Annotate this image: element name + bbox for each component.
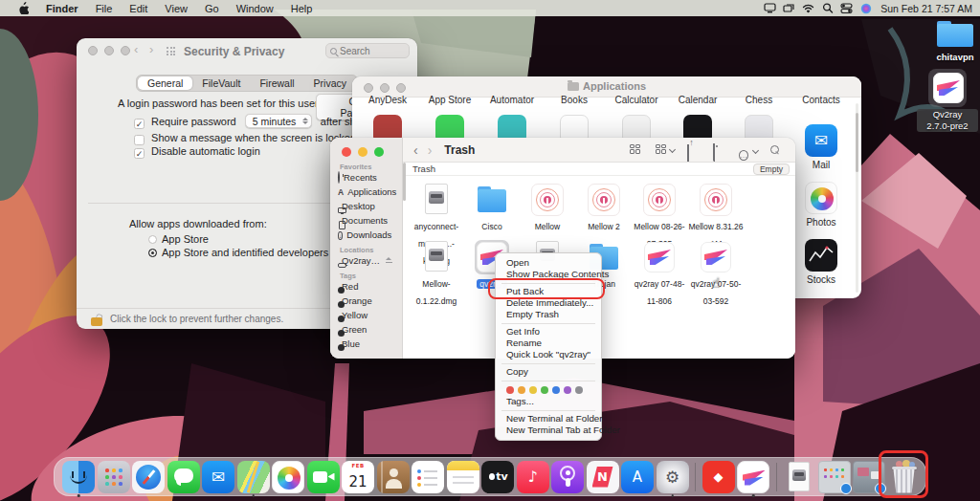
forward-button[interactable]: › — [149, 42, 153, 56]
disable-auto-login-checkbox[interactable]: ✓ — [134, 148, 145, 159]
dock-maps[interactable] — [237, 461, 270, 493]
menu-item-delete-immediately-[interactable]: Delete Immediately... — [496, 297, 601, 309]
close-button[interactable] — [88, 46, 98, 55]
menu-help[interactable]: Help — [282, 0, 322, 16]
spotlight-icon[interactable] — [820, 2, 835, 14]
sidebar-item-documents[interactable]: Documents — [338, 215, 388, 226]
menu-go[interactable]: Go — [196, 0, 228, 16]
file-qv2ray-07-50-03-592[interactable]: qv2ray 07-50-03-592 — [688, 241, 744, 308]
dock-contacts[interactable] — [377, 461, 410, 493]
search-icon[interactable] — [770, 144, 784, 156]
menu-item-get-info[interactable]: Get Info — [496, 326, 601, 338]
sidebar-item-green[interactable]: Green — [338, 324, 367, 335]
dock-launchpad[interactable] — [98, 461, 130, 493]
sidebar-item-red[interactable]: Red — [338, 281, 358, 292]
group-view-button[interactable] — [656, 144, 675, 156]
require-password-checkbox[interactable]: ✓ — [134, 119, 145, 129]
app-label-contacts[interactable]: Contacts — [788, 95, 855, 105]
app-item-mail[interactable]: ✉Mail — [788, 124, 855, 170]
close-button[interactable] — [364, 83, 373, 93]
tag-color-dot[interactable] — [518, 386, 525, 394]
file-mellow-2[interactable]: Mellow 2 — [576, 184, 632, 233]
menu-item-new-terminal-at-folder[interactable]: New Terminal at Folder — [496, 413, 601, 425]
dock-anydesk[interactable]: ◆ — [702, 461, 735, 493]
chitavpn-folder[interactable]: chitavpn — [924, 21, 980, 64]
tab-privacy[interactable]: Privacy — [304, 76, 356, 90]
zoom-button[interactable] — [374, 147, 384, 157]
tag-color-dot[interactable] — [541, 386, 548, 394]
tag-color-dot[interactable] — [529, 386, 537, 394]
dock-safari[interactable] — [132, 461, 165, 493]
minimize-button[interactable] — [104, 46, 114, 55]
sidebar-scrollbar[interactable] — [403, 163, 406, 201]
dock-dmg-file[interactable] — [783, 461, 815, 493]
dock-messages[interactable] — [167, 461, 200, 493]
sidebar-item-blue[interactable]: Blue — [338, 338, 360, 349]
tag-color-dot[interactable] — [552, 386, 560, 394]
dock-apple-tv[interactable]: tv — [481, 461, 514, 493]
interval-dropdown[interactable]: 5 minutes — [245, 114, 312, 128]
zoom-button[interactable] — [396, 83, 406, 93]
scrollbar[interactable] — [856, 103, 858, 293]
forward-button[interactable]: › — [423, 142, 437, 158]
minimize-button[interactable] — [358, 147, 368, 157]
eject-icon[interactable] — [384, 255, 392, 266]
dock-finder[interactable] — [62, 461, 95, 493]
radio-option-0[interactable] — [148, 235, 157, 244]
search-field[interactable] — [325, 43, 410, 58]
menu-item-copy[interactable]: Copy — [496, 366, 601, 378]
show-message-checkbox[interactable]: ✓ — [134, 135, 145, 145]
zoom-button[interactable] — [121, 46, 130, 55]
dock-facetime[interactable] — [307, 461, 340, 493]
dock-photos[interactable] — [272, 461, 304, 493]
dock-mail[interactable]: ✉ — [202, 461, 234, 493]
sidebar-item-qv2ray[interactable]: Qv2ray… — [338, 255, 392, 266]
dock-minimized-window-1[interactable] — [818, 461, 851, 493]
tag-color-dot[interactable] — [575, 386, 583, 394]
menu-item-quick-look-qv2ray-[interactable]: Quick Look "qv2ray" — [496, 349, 601, 360]
search-input[interactable] — [340, 46, 397, 56]
tab-general[interactable]: General — [138, 76, 192, 90]
dock-minimized-window-2[interactable] — [853, 461, 885, 493]
dock-news[interactable]: N — [587, 461, 619, 493]
share-icon[interactable] — [687, 144, 701, 156]
apple-menu[interactable] — [10, 0, 37, 16]
menu-item-tags-[interactable]: Tags... — [496, 396, 601, 407]
file-mellow[interactable]: Mellow — [520, 184, 575, 233]
sidebar-item-downloads[interactable]: ↓Downloads — [338, 229, 391, 240]
tag-color-dot[interactable] — [564, 386, 571, 394]
menu-view[interactable]: View — [156, 0, 196, 16]
app-label-automator[interactable]: Automator — [479, 95, 546, 105]
empty-trash-button[interactable]: Empty — [753, 163, 790, 175]
control-center-icon[interactable] — [839, 2, 854, 14]
dock-system-preferences[interactable]: ⚙ — [657, 461, 689, 493]
menu-item-put-back[interactable]: Put Back — [496, 286, 601, 297]
show-all-icon[interactable] — [167, 47, 175, 55]
icon-view-button[interactable] — [630, 144, 643, 156]
dock-calendar[interactable]: FEB21 — [342, 461, 374, 493]
dock-podcasts[interactable] — [551, 461, 584, 493]
menu-bar-clock[interactable]: Sun Feb 21 7:57 AM — [880, 3, 972, 14]
app-item-stocks[interactable]: Stocks — [788, 239, 855, 285]
dock-qv2ray[interactable] — [737, 461, 769, 493]
sidebar-item-orange[interactable]: Orange — [338, 295, 372, 306]
menu-item-show-package-contents[interactable]: Show Package Contents — [496, 269, 601, 280]
dock-reminders[interactable] — [412, 461, 444, 493]
menu-item-empty-trash[interactable]: Empty Trash — [496, 309, 601, 320]
radio-option-1[interactable] — [148, 249, 157, 257]
unlock-icon[interactable] — [91, 313, 103, 326]
sidebar-item-recents[interactable]: Recents — [338, 172, 377, 183]
app-label-calendar[interactable]: Calendar — [664, 95, 731, 105]
menu-edit[interactable]: Edit — [121, 0, 156, 16]
more-actions-icon[interactable]: … — [739, 144, 758, 156]
sidebar-item-desktop[interactable]: Desktop — [338, 201, 375, 211]
tab-firewall[interactable]: Firewall — [250, 76, 303, 90]
app-label-app-store[interactable]: App Store — [416, 95, 483, 105]
app-label-chess[interactable]: Chess — [725, 95, 792, 105]
sidebar-item-yellow[interactable]: Yellow — [338, 310, 368, 320]
siri-icon[interactable] — [858, 2, 873, 14]
menu-item-new-terminal-tab-at-folder[interactable]: New Terminal Tab at Folder — [496, 425, 601, 436]
menu-item-open[interactable]: Open — [496, 257, 601, 269]
dock-notes[interactable] — [447, 461, 479, 493]
app-item-photos[interactable]: Photos — [788, 182, 855, 228]
